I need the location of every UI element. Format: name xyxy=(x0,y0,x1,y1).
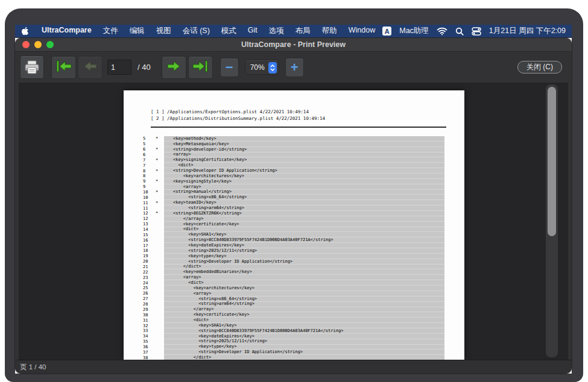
line-number: 10 xyxy=(143,195,156,200)
line-number: 33 xyxy=(143,328,156,333)
menu-item[interactable]: 文件 xyxy=(103,26,118,36)
code-line: 8 <key>architectures</key> xyxy=(143,174,444,179)
line-number: 22 xyxy=(143,270,156,275)
diff-marker: * xyxy=(156,158,164,163)
menu-item[interactable]: Window xyxy=(349,26,375,36)
previous-page-icon xyxy=(83,60,98,75)
line-text: <key>type</key> xyxy=(164,345,444,350)
wifi-icon[interactable] xyxy=(437,27,447,36)
last-page-button[interactable] xyxy=(188,56,213,79)
line-number: 29 xyxy=(143,307,156,312)
code-line: 12*<string>8EGZKTZR6K</string> xyxy=(143,211,444,216)
menu-item[interactable]: 模式 xyxy=(221,26,236,36)
menu-item[interactable]: 编辑 xyxy=(130,26,145,36)
print-preview-toolbar: / 40 − 70% xyxy=(15,51,572,83)
line-number: 9 xyxy=(143,184,156,189)
code-line: 13 <key>certificate</key> xyxy=(143,222,444,227)
line-text: <key>architectures</key> xyxy=(164,174,444,179)
mac-assistant-item[interactable]: Mac助理 xyxy=(399,26,429,36)
menu-item[interactable]: 会话 (S) xyxy=(183,26,210,36)
close-window-button[interactable] xyxy=(22,41,30,48)
previous-page-button[interactable] xyxy=(78,56,103,79)
minimize-window-button[interactable] xyxy=(34,41,42,48)
code-line: 17 <key>dateExpires</key> xyxy=(143,243,444,248)
line-text: <dict> xyxy=(164,163,444,168)
menu-item[interactable]: 选项 xyxy=(269,26,284,36)
last-page-icon xyxy=(192,60,208,75)
line-text: </dict> xyxy=(164,265,444,270)
code-line: 27 <string>x86_64</string> xyxy=(143,296,444,302)
line-number: 34 xyxy=(143,334,156,339)
menu-item[interactable]: UltraCompare xyxy=(42,26,92,36)
code-line: 9 <array> xyxy=(143,184,444,190)
diff-marker: * xyxy=(156,179,164,184)
line-number: 30 xyxy=(143,313,156,318)
menu-item[interactable]: Git xyxy=(248,26,258,36)
status-bar: 页 1 / 40 xyxy=(15,360,572,374)
code-line: 23 <array> xyxy=(143,275,444,280)
code-line: 32 <key>SHA1</key> xyxy=(143,323,444,328)
line-text: <dict> xyxy=(164,280,444,286)
line-number: 5 xyxy=(143,142,156,146)
line-number: 12 xyxy=(143,216,156,221)
zoom-level-select[interactable]: 70% xyxy=(245,60,279,75)
line-number: 11 xyxy=(143,206,156,211)
document-page: [ 1 ] /Applications/ExportOptions.plist … xyxy=(124,90,464,360)
zoom-out-button[interactable]: − xyxy=(220,58,239,77)
page-total-label: / 40 xyxy=(138,63,151,72)
close-preview-button[interactable]: 关闭 (C) xyxy=(517,61,562,74)
code-line: 10*<string>manual</string> xyxy=(143,190,444,195)
diff-marker: * xyxy=(156,147,164,152)
scrollbar-thumb[interactable] xyxy=(548,87,556,236)
menu-bar: UltraCompare文件编辑视图会话 (S)模式Git选项布局帮助Windo… xyxy=(15,25,572,37)
zoom-in-button[interactable]: + xyxy=(285,58,304,77)
line-text: <string>Developer ID Application</string… xyxy=(164,259,444,265)
next-page-button[interactable] xyxy=(162,56,186,79)
code-line: 31 <dict> xyxy=(143,318,444,323)
search-icon[interactable] xyxy=(455,27,464,36)
input-method-icon[interactable]: A xyxy=(382,27,391,36)
stepper-icon xyxy=(268,62,277,74)
line-number: 9 xyxy=(143,179,156,184)
code-line: 28 <string>arm64</string> xyxy=(143,302,444,307)
line-number: 31 xyxy=(143,318,156,323)
line-text: <key>method</key> xyxy=(164,136,444,142)
print-button[interactable] xyxy=(20,55,44,79)
menu-items: UltraCompare文件编辑视图会话 (S)模式Git选项布局帮助Windo… xyxy=(42,26,375,36)
traffic-lights xyxy=(22,41,54,48)
vertical-scrollbar[interactable] xyxy=(546,84,558,357)
line-text: <key>type</key> xyxy=(164,254,444,259)
code-line: 10 <string>x86_64</string> xyxy=(143,195,444,200)
line-number: 8 xyxy=(143,174,156,178)
zoom-window-button[interactable] xyxy=(46,41,54,48)
code-line: 5<key>Metasequoia</key> xyxy=(143,142,444,147)
code-line: 25 <key>architectures</key> xyxy=(143,286,444,291)
line-number: 6 xyxy=(143,147,156,152)
line-number: 28 xyxy=(143,302,156,307)
line-number: 5 xyxy=(143,136,156,141)
first-page-button[interactable] xyxy=(51,56,76,79)
code-line: 29 </array> xyxy=(143,307,444,313)
code-line: 15 <key>SHA1</key> xyxy=(143,232,444,237)
line-number: 20 xyxy=(143,259,156,264)
line-number: 13 xyxy=(143,222,156,227)
menu-item[interactable]: 视图 xyxy=(156,26,171,36)
menu-item[interactable]: 布局 xyxy=(296,26,311,36)
line-number: 14 xyxy=(143,227,156,232)
window-title: UltraCompare - Print Preview xyxy=(15,40,572,49)
control-center-icon[interactable] xyxy=(472,27,481,36)
code-line: 38 </dict> xyxy=(143,355,444,360)
code-line: 36 <key>type</key> xyxy=(143,345,444,350)
menu-clock[interactable]: 1月21日 周四 下午2:09 xyxy=(489,26,566,36)
line-text: <string>Developer ID Application</string… xyxy=(164,349,444,355)
menu-bar-status: A Mac助理 1月21日 周四 下午2:09 xyxy=(382,26,566,36)
next-page-icon xyxy=(166,60,181,75)
line-number: 16 xyxy=(143,238,156,243)
line-text: </dict> xyxy=(164,355,444,360)
menu-item[interactable]: 帮助 xyxy=(322,26,337,36)
code-line: 18 <string>2025/12/11</string> xyxy=(143,248,444,254)
apple-menu-icon[interactable] xyxy=(21,27,29,36)
line-number: 32 xyxy=(143,324,156,328)
line-number: 27 xyxy=(143,296,156,301)
page-number-input[interactable] xyxy=(107,60,131,75)
